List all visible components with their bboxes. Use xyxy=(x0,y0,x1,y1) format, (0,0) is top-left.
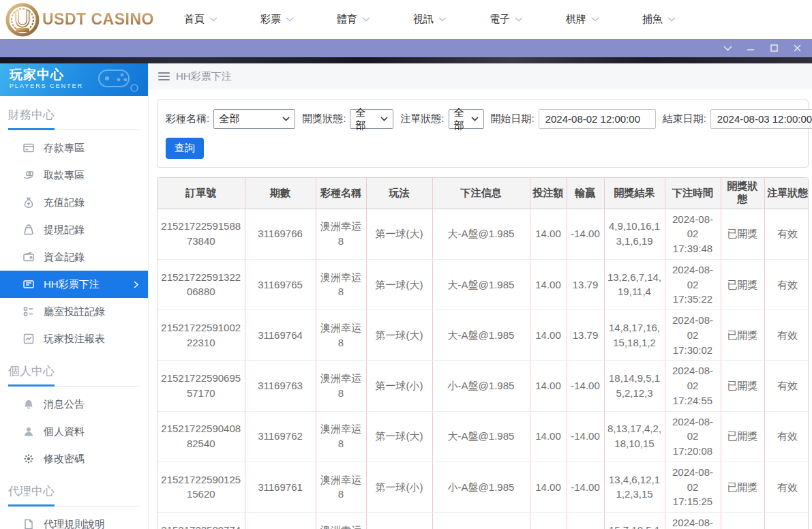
cell-period: 31169763 xyxy=(245,361,316,411)
cell-win-loss: -14.00 xyxy=(567,361,604,411)
sidebar-item-label: 代理規則說明 xyxy=(44,518,105,529)
cell-bet-info: 大-A盤@1.985 xyxy=(432,310,530,361)
hall-bet-record-icon xyxy=(22,305,35,318)
cell-lottery: 澳洲幸运8 xyxy=(316,411,366,462)
nav-item-label: 首頁 xyxy=(184,13,205,26)
section-underline xyxy=(8,128,140,130)
nav-item[interactable]: 棋牌 xyxy=(566,7,599,31)
menu-toggle-icon[interactable] xyxy=(158,70,170,82)
column-header: 下注信息 xyxy=(432,178,530,209)
cell-order-no: 2152172259100222310 xyxy=(157,310,245,361)
app-window: USDT CASINO 首頁彩票體育視訊電子棋牌捕魚 玩家中心 PLAYERS … xyxy=(0,0,812,529)
sidebar-item-label: 消息公告 xyxy=(44,398,85,411)
cashout-record-icon xyxy=(22,224,35,236)
sidebar-item-玩家投注報表[interactable]: 玩家投注報表 xyxy=(0,325,148,352)
sidebar-item-廳室投註記錄[interactable]: 廳室投註記錄 xyxy=(0,298,148,325)
nav-item[interactable]: 視訊 xyxy=(413,7,447,31)
end-date-input[interactable] xyxy=(710,109,812,129)
cell-draw-status: 已開獎 xyxy=(721,310,764,361)
cell-lottery: 澳洲幸运8 xyxy=(316,513,366,529)
sidebar-item-label: 玩家投注報表 xyxy=(44,333,105,346)
cell-result: 13,2,6,7,14,19,11,4 xyxy=(604,259,665,309)
cell-bet-time: 2024-08-02 17:30:02 xyxy=(665,310,721,361)
search-button[interactable]: 查詢 xyxy=(166,138,204,159)
table-row: 215217225904088254031169762澳洲幸运8第一球(大)大-… xyxy=(157,411,809,462)
bet-report-icon xyxy=(22,333,35,345)
close-icon[interactable] xyxy=(792,43,802,54)
chevron-down-icon xyxy=(591,17,599,22)
sidebar-item-修改密碼[interactable]: 修改密碼 xyxy=(0,445,148,472)
cell-period: 31169765 xyxy=(245,259,316,309)
cell-play: 第一球(小) xyxy=(366,361,432,411)
minimize-icon[interactable] xyxy=(745,43,756,54)
collapse-chevron-icon[interactable] xyxy=(722,43,733,54)
draw-status-select[interactable]: 全部 xyxy=(350,109,393,129)
cell-order-no: 2152172259132206880 xyxy=(157,259,245,309)
chevron-down-icon xyxy=(362,17,370,22)
table-row: 215217225915887384031169766澳洲幸运8第一球(大)大-… xyxy=(157,209,809,259)
funds-record-icon xyxy=(22,251,35,263)
sidebar-item-提現記錄[interactable]: 提現記錄 xyxy=(0,216,148,243)
section-underline xyxy=(8,384,140,387)
nav-item[interactable]: 電子 xyxy=(490,7,523,31)
gamepad-icon xyxy=(93,66,141,93)
sidebar-item-個人資料[interactable]: 個人資料 xyxy=(0,418,148,445)
chevron-right-icon xyxy=(134,281,138,288)
sidebar-item-HH彩票下注[interactable]: HH彩票下注 xyxy=(0,271,148,298)
table-row: 215217225897745963031169760澳洲幸运8第一球(大)大-… xyxy=(157,513,809,529)
recharge-record-icon xyxy=(22,196,35,209)
cell-draw-status: 已開獎 xyxy=(721,411,764,462)
sidebar-section-title: 個人中心 xyxy=(8,363,140,379)
sidebar-item-存款專區[interactable]: 存款專區 xyxy=(0,134,148,162)
cell-amount: 14.00 xyxy=(530,259,567,309)
maximize-icon[interactable] xyxy=(768,43,779,54)
column-header: 投注額 xyxy=(530,178,567,209)
content-area: 彩種名稱: 全部 開獎狀態: 全部 xyxy=(149,89,812,529)
nav-item[interactable]: 捕魚 xyxy=(642,7,676,31)
order-status-select[interactable]: 全部 xyxy=(449,109,484,129)
cell-lottery: 澳洲幸运8 xyxy=(316,462,366,512)
cell-win-loss: 13.79 xyxy=(567,513,604,529)
cell-play: 第一球(大) xyxy=(366,310,432,361)
decorative-strip xyxy=(0,57,812,63)
sidebar-item-取款專區[interactable]: 取款專區 xyxy=(0,162,148,189)
bet-records-table: 訂單號期數彩種名稱玩法下注信息投注額輸贏開獎結果下注時間開獎狀態注單狀態 215… xyxy=(157,178,809,529)
cell-play: 第一球(大) xyxy=(366,411,432,462)
sidebar-item-label: 資金記錄 xyxy=(44,251,85,264)
cell-order-status: 有效 xyxy=(764,513,809,529)
cell-draw-status: 已開獎 xyxy=(721,209,764,259)
main-area: HH彩票下注 彩種名稱: 全部 xyxy=(149,63,812,529)
cell-result: 8,13,17,4,2,18,10,15 xyxy=(604,411,665,462)
cell-bet-time: 2024-08-02 17:09:34 xyxy=(665,513,721,529)
cell-lottery: 澳洲幸运8 xyxy=(316,259,366,309)
draw-status-selected: 全部 xyxy=(355,106,374,132)
lottery-name-select[interactable]: 全部 xyxy=(213,109,295,129)
nav-item[interactable]: 彩票 xyxy=(260,7,294,31)
chevron-down-icon xyxy=(438,17,447,22)
chevron-down-icon xyxy=(282,117,290,121)
sidebar-item-充值記錄[interactable]: 充值記錄 xyxy=(0,189,148,216)
brand-logo[interactable]: USDT CASINO xyxy=(0,3,158,37)
cell-order-status: 有效 xyxy=(764,310,809,361)
cell-result: 15,7,18,5,12,11,3,16 xyxy=(604,513,665,529)
sidebar-item-資金記錄[interactable]: 資金記錄 xyxy=(0,243,148,271)
nav-item[interactable]: 體育 xyxy=(337,7,370,31)
cell-order-no: 2152172259158873840 xyxy=(157,209,245,259)
cell-play: 第一球(大) xyxy=(366,209,432,259)
cell-win-loss: 13.79 xyxy=(567,259,604,309)
sidebar-item-代理規則說明[interactable]: 代理規則說明 xyxy=(0,511,148,529)
table-row: 215217225906955717031169763澳洲幸运8第一球(小)小-… xyxy=(157,361,809,411)
start-date-label: 開始日期: xyxy=(491,112,535,125)
coin-logo-icon xyxy=(5,3,40,37)
sidebar-item-消息公告[interactable]: 消息公告 xyxy=(0,391,148,418)
nav-item[interactable]: 首頁 xyxy=(184,7,217,31)
sidebar-item-label: 充值記錄 xyxy=(44,196,85,209)
cell-amount: 14.00 xyxy=(530,513,567,529)
cell-period: 31169761 xyxy=(245,462,316,512)
cell-order-status: 有效 xyxy=(764,209,809,259)
cell-draw-status: 已開獎 xyxy=(721,361,764,411)
column-header: 玩法 xyxy=(366,178,432,209)
cell-draw-status: 已開獎 xyxy=(721,462,764,512)
table-row: 215217225910022231031169764澳洲幸运8第一球(大)大-… xyxy=(157,310,809,361)
start-date-input[interactable] xyxy=(539,109,656,129)
